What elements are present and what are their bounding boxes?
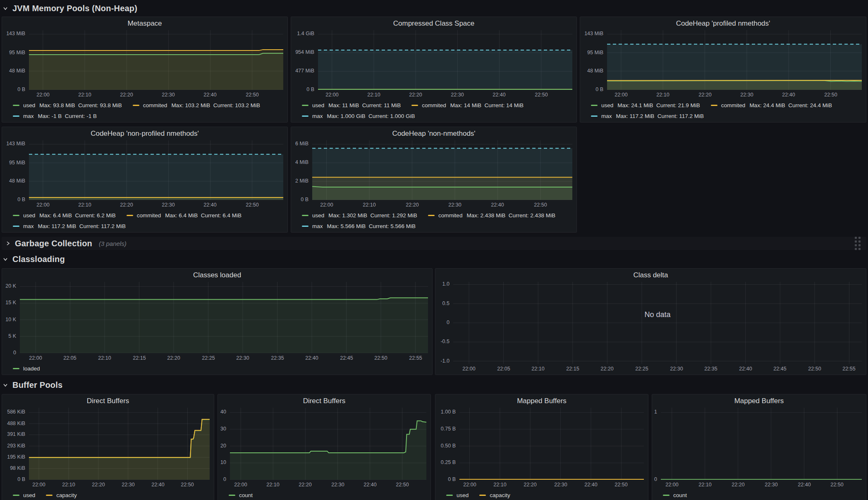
legend-item-max[interactable]: maxMax: 117.2 MiB Current: 117.2 MiB — [13, 223, 126, 229]
legend-row: maxMax: 1.000 GiB Current: 1.000 GiB — [302, 111, 573, 121]
x-axis-tick-label: 22:00 — [325, 92, 338, 98]
panel-codeheap-non-profiled-nmethods-3: CodeHeap 'non-profiled nmethods'143 MiB9… — [2, 127, 288, 233]
y-axis-tick-label: 6 MiB — [291, 141, 308, 147]
panel-title[interactable]: Mapped Buffers — [652, 397, 866, 405]
legend-item-max[interactable]: maxMax: -1 B Current: -1 B — [13, 113, 97, 119]
legend-item-loaded[interactable]: loaded — [13, 365, 40, 372]
x-axis-tick-label: 22:30 — [162, 92, 175, 98]
x-axis-tick-label: 22:30 — [451, 92, 464, 98]
y-axis-tick-label: 48 MiB — [2, 178, 25, 184]
legend-item-count[interactable]: count — [663, 492, 687, 498]
legend-item-commited[interactable]: commitedMax: 14 MiB Current: 14 MiB — [411, 102, 524, 108]
panel-title[interactable]: Metaspace — [2, 19, 287, 28]
legend-item-max[interactable]: maxMax: 117.2 MiB Current: 117.2 MiB — [591, 113, 704, 119]
legend-item-commited[interactable]: commitedMax: 2.438 MiB Current: 2.438 Mi… — [428, 212, 555, 219]
legend-item-capacity[interactable]: capacity — [479, 492, 510, 498]
x-axis-tick-label: 22:00 — [665, 482, 678, 488]
time-series-plot[interactable] — [318, 30, 572, 90]
panel-title[interactable]: CodeHeap 'profiled nmethods' — [580, 19, 866, 28]
panel-title[interactable]: Classes loaded — [2, 271, 432, 279]
legend-item-used[interactable]: usedMax: 6.4 MiB Current: 6.2 MiB — [13, 212, 116, 219]
legend-item-used[interactable]: used — [446, 492, 469, 498]
x-axis-tick-label: 22:15 — [566, 366, 579, 372]
x-axis-tick-label: 22:50 — [830, 482, 843, 488]
legend-series-stats: Max: 24.1 MiB Current: 21.9 MiB — [617, 102, 700, 108]
legend-item-used[interactable]: usedMax: 24.1 MiB Current: 21.9 MiB — [591, 102, 700, 108]
panel-legend: usedcapacity — [13, 490, 210, 500]
panel-legend: usedMax: 24.1 MiB Current: 21.9 MiBcommi… — [591, 100, 863, 121]
panel-legend: count — [663, 490, 863, 500]
y-axis-tick-label: -0.5 — [435, 339, 450, 344]
panel-title[interactable]: Class delta — [435, 271, 866, 279]
time-series-plot[interactable] — [459, 408, 644, 480]
x-axis-tick-label: 22:10 — [656, 92, 669, 98]
y-axis-tick-label: 95 MiB — [580, 50, 603, 55]
panel-title[interactable]: CodeHeap 'non-profiled nmethods' — [2, 130, 287, 138]
x-axis-tick-label: 22:00 — [32, 482, 45, 488]
y-axis-tick-label: 477 MiB — [291, 68, 314, 74]
chevron-down-icon — [2, 5, 9, 12]
time-series-plot[interactable] — [312, 140, 572, 200]
legend-series-name: used — [312, 212, 324, 219]
x-axis-tick-label: 22:10 — [266, 482, 279, 488]
time-series-plot[interactable] — [661, 408, 862, 480]
x-axis-tick-label: 22:20 — [524, 482, 536, 488]
x-axis-tick-label: 22:20 — [120, 92, 133, 98]
legend-row: count — [229, 490, 427, 500]
series-fill-max — [318, 50, 572, 90]
time-series-plot[interactable] — [230, 408, 426, 480]
legend-series-name: used — [601, 102, 613, 108]
row-drag-handle-icon[interactable] — [855, 237, 861, 250]
section-row-classloading[interactable]: Classloading — [2, 253, 866, 265]
series-line-used — [29, 420, 210, 458]
section-row-jvm-memory-pools-non-heap[interactable]: JVM Memory Pools (Non-Heap) — [2, 2, 866, 14]
legend-series-name: max — [312, 223, 323, 229]
time-series-plot[interactable] — [453, 282, 862, 364]
panel-title[interactable]: Mapped Buffers — [435, 397, 648, 405]
x-axis-tick-label: 22:20 — [120, 202, 133, 208]
legend-item-used[interactable]: used — [13, 492, 35, 498]
panel-title[interactable]: CodeHeap 'non-nmethods' — [291, 130, 576, 138]
panel-title[interactable]: Direct Buffers — [2, 397, 214, 405]
legend-item-used[interactable]: usedMax: 93.8 MiB Current: 93.8 MiB — [13, 102, 122, 108]
legend-item-max[interactable]: maxMax: 5.566 MiB Current: 5.566 MiB — [302, 223, 416, 229]
x-axis-tick-label: 22:30 — [236, 355, 249, 361]
panel-title[interactable]: Compressed Class Space — [291, 19, 576, 28]
panel-legend: usedMax: 6.4 MiB Current: 6.2 MiBcommite… — [13, 210, 284, 231]
series-line-capacity — [29, 419, 210, 457]
legend-series-stats: Max: 1.302 MiB Current: 1.292 MiB — [328, 212, 417, 219]
x-axis-tick-label: 22:30 — [448, 202, 461, 208]
legend-item-used[interactable]: usedMax: 11 MiB Current: 11 MiB — [302, 102, 401, 108]
y-axis-tick-label: 10 K — [2, 317, 16, 322]
time-series-plot[interactable] — [29, 408, 210, 480]
section-row-garbage-collection[interactable]: Garbage Collection (3 panels) — [2, 237, 866, 250]
section-row-buffer-pools[interactable]: Buffer Pools — [2, 379, 866, 391]
time-series-plot[interactable] — [20, 282, 428, 353]
y-axis-tick-label: 391 KiB — [2, 431, 25, 437]
time-series-plot[interactable] — [29, 140, 283, 200]
y-axis-tick-label: 1 — [652, 409, 657, 415]
legend-item-commited[interactable]: commitedMax: 6.4 MiB Current: 6.4 MiB — [127, 212, 242, 219]
legend-series-stats: Max: 14 MiB Current: 14 MiB — [450, 102, 524, 108]
panel-direct-buffers-7: Direct Buffers586 KiB488 KiB391 KiB293 K… — [2, 394, 214, 500]
legend-item-max[interactable]: maxMax: 1.000 GiB Current: 1.000 GiB — [302, 113, 415, 119]
legend-row: loaded — [13, 363, 429, 374]
x-axis-tick-label: 22:05 — [63, 355, 76, 361]
chevron-down-icon — [2, 381, 9, 389]
panel-title[interactable]: Direct Buffers — [218, 397, 430, 405]
y-axis-tick-label: 0 B — [2, 476, 25, 482]
legend-item-count[interactable]: count — [229, 492, 253, 498]
y-axis-tick-label: 0 B — [2, 87, 25, 92]
y-axis-tick-label: 488 KiB — [2, 421, 25, 426]
legend-series-name: commited — [143, 102, 167, 108]
legend-item-capacity[interactable]: capacity — [46, 492, 77, 498]
time-series-plot[interactable] — [607, 30, 862, 90]
time-series-plot[interactable] — [29, 30, 283, 90]
legend-item-commited[interactable]: commitedMax: 103.2 MiB Current: 103.2 Mi… — [133, 102, 260, 108]
x-axis-tick-label: 22:40 — [584, 482, 597, 488]
legend-item-used[interactable]: usedMax: 1.302 MiB Current: 1.292 MiB — [302, 212, 417, 219]
x-axis-tick-label: 22:10 — [363, 202, 375, 208]
legend-row: maxMax: -1 B Current: -1 B — [13, 111, 284, 121]
legend-series-swatch-icon — [302, 105, 308, 106]
legend-item-commited[interactable]: commitedMax: 24.4 MiB Current: 24.4 MiB — [711, 102, 832, 108]
